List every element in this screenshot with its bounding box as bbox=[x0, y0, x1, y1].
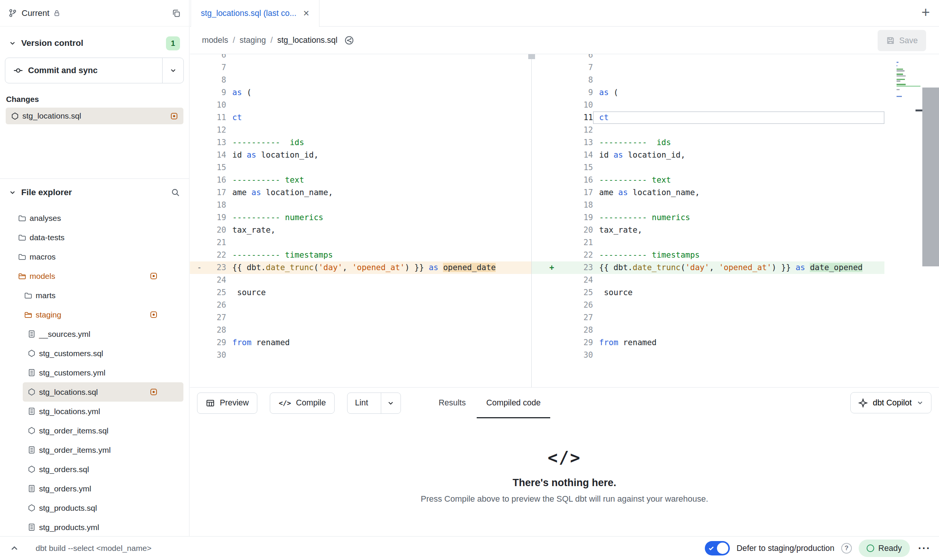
code-line[interactable]: 29from renamed bbox=[190, 336, 531, 349]
chevron-up-icon[interactable] bbox=[10, 544, 19, 553]
editor-scrollbar[interactable] bbox=[922, 88, 939, 266]
file-explorer-item-macros[interactable]: macros bbox=[0, 247, 183, 266]
commit-and-sync-main[interactable]: Commit and sync bbox=[5, 58, 162, 83]
code-line[interactable]: +23{{ dbt.date_trunc('day', 'opened_at')… bbox=[532, 261, 884, 274]
new-tab-button[interactable]: + bbox=[922, 3, 930, 22]
code-line[interactable]: 30 bbox=[532, 349, 884, 361]
dbt-copilot-button[interactable]: dbt Copilot bbox=[850, 392, 931, 413]
code-line[interactable]: 21 bbox=[532, 236, 884, 249]
code-line[interactable]: 24 bbox=[532, 274, 884, 286]
lint-button[interactable]: Lint bbox=[347, 393, 376, 413]
code-line[interactable]: 30 bbox=[190, 349, 531, 361]
code-line[interactable]: 6 bbox=[190, 54, 531, 61]
commit-options-dropdown[interactable] bbox=[162, 58, 183, 83]
code-line[interactable]: 13---------- ids bbox=[532, 136, 884, 149]
file-explorer-item-models[interactable]: models bbox=[0, 266, 183, 286]
save-button[interactable]: Save bbox=[878, 30, 926, 51]
code-line[interactable]: 19---------- numerics bbox=[190, 211, 531, 224]
code-line[interactable]: 29from renamed bbox=[532, 336, 884, 349]
file-explorer-item-stg-order-items-sql[interactable]: stg_order_items.sql bbox=[0, 421, 183, 440]
file-explorer-item-stg-orders-sql[interactable]: stg_orders.sql bbox=[0, 460, 183, 479]
code-line[interactable]: 20tax_rate, bbox=[190, 224, 531, 236]
minimap[interactable] bbox=[897, 56, 921, 99]
copy-branch-icon[interactable] bbox=[172, 9, 181, 18]
code-line[interactable]: 8 bbox=[190, 74, 531, 86]
defer-toggle[interactable] bbox=[705, 541, 730, 555]
file-explorer-item-stg-products-yml[interactable]: stg_products.yml bbox=[0, 518, 183, 536]
code-line[interactable]: 21 bbox=[190, 236, 531, 249]
code-line[interactable]: 7 bbox=[532, 61, 884, 74]
version-control-header[interactable]: Version control 1 bbox=[0, 33, 189, 53]
code-line[interactable]: -23{{ dbt.date_trunc('day', 'opened_at')… bbox=[190, 261, 531, 274]
file-explorer-item-stg-customers-sql[interactable]: stg_customers.sql bbox=[0, 344, 183, 363]
code-line[interactable]: 24 bbox=[190, 274, 531, 286]
file-explorer-item-data-tests[interactable]: data-tests bbox=[0, 228, 183, 247]
breadcrumb-item-models[interactable]: models bbox=[202, 36, 228, 45]
code-line[interactable]: 7 bbox=[190, 61, 531, 74]
changed-file-item[interactable]: stg_locations.sql bbox=[6, 108, 183, 124]
tab-results[interactable]: Results bbox=[429, 388, 476, 418]
code-line[interactable]: 18 bbox=[190, 199, 531, 211]
file-explorer-item-stg-customers-yml[interactable]: stg_customers.yml bbox=[0, 363, 183, 382]
editor-tab[interactable]: stg_locations.sql (last co... × bbox=[191, 0, 319, 27]
code-line[interactable]: 11ct bbox=[190, 111, 531, 124]
code-line[interactable]: 19---------- numerics bbox=[532, 211, 884, 224]
code-line[interactable]: 12 bbox=[532, 124, 884, 136]
file-explorer-item-stg-locations-sql[interactable]: stg_locations.sql bbox=[23, 382, 183, 402]
breadcrumb-item-stg-locations-sql[interactable]: stg_locations.sql bbox=[277, 36, 338, 45]
close-icon[interactable]: × bbox=[303, 8, 309, 19]
file-explorer-item-analyses[interactable]: analyses bbox=[0, 208, 183, 228]
split-sash-handle[interactable] bbox=[528, 54, 535, 59]
code-line[interactable]: 26 bbox=[532, 299, 884, 311]
code-line[interactable]: 25 source bbox=[190, 286, 531, 299]
file-explorer-item-stg-orders-yml[interactable]: stg_orders.yml bbox=[0, 479, 183, 498]
file-explorer-item-staging[interactable]: staging bbox=[0, 305, 183, 324]
file-explorer-item-stg-locations-yml[interactable]: stg_locations.yml bbox=[0, 402, 183, 421]
code-line[interactable]: 8 bbox=[532, 74, 884, 86]
code-line[interactable]: 22---------- timestamps bbox=[532, 249, 884, 261]
command-bar-text[interactable]: dbt build --select <model_name> bbox=[36, 544, 152, 553]
code-line[interactable]: 15 bbox=[190, 161, 531, 174]
folder-icon bbox=[18, 253, 26, 261]
preview-button[interactable]: Preview bbox=[197, 393, 257, 414]
overflow-menu-icon[interactable]: ··· bbox=[918, 543, 931, 554]
code-line[interactable]: 27 bbox=[532, 311, 884, 324]
file-explorer-item-label: marts bbox=[36, 291, 56, 300]
tab-compiled-code[interactable]: Compiled code bbox=[476, 388, 551, 418]
code-line[interactable]: 15 bbox=[532, 161, 884, 174]
breadcrumb-item-staging[interactable]: staging bbox=[239, 36, 266, 45]
code-line[interactable]: 14id as location_id, bbox=[532, 149, 884, 161]
code-line[interactable]: 20tax_rate, bbox=[532, 224, 884, 236]
code-line[interactable]: 9as ( bbox=[532, 86, 884, 99]
file-explorer-item-marts[interactable]: marts bbox=[0, 286, 183, 305]
code-line[interactable]: 13---------- ids bbox=[190, 136, 531, 149]
code-line[interactable]: 12 bbox=[190, 124, 531, 136]
search-icon[interactable] bbox=[171, 188, 180, 197]
code-line[interactable]: 18 bbox=[532, 199, 884, 211]
status-badge[interactable]: Ready bbox=[859, 540, 910, 557]
code-line[interactable]: 22---------- timestamps bbox=[190, 249, 531, 261]
code-line[interactable]: 10 bbox=[190, 99, 531, 111]
code-line[interactable]: 17ame as location_name, bbox=[190, 186, 531, 199]
compile-button[interactable]: </> Compile bbox=[270, 393, 334, 414]
code-line[interactable]: 14id as location_id, bbox=[190, 149, 531, 161]
file-explorer-item-sources-yml[interactable]: __sources.yml bbox=[0, 324, 183, 344]
code-line[interactable]: 11ct bbox=[532, 111, 884, 124]
code-line[interactable]: 16---------- text bbox=[190, 174, 531, 186]
code-line[interactable]: 9as ( bbox=[190, 86, 531, 99]
file-explorer-header[interactable]: File explorer bbox=[0, 182, 189, 203]
code-line[interactable]: 28 bbox=[190, 324, 531, 336]
code-line[interactable]: 26 bbox=[190, 299, 531, 311]
code-line[interactable]: 16---------- text bbox=[532, 174, 884, 186]
file-explorer-item-stg-products-sql[interactable]: stg_products.sql bbox=[0, 498, 183, 518]
lint-options-dropdown[interactable] bbox=[381, 393, 401, 413]
code-line[interactable]: 6 bbox=[532, 54, 884, 61]
code-line[interactable]: 17ame as location_name, bbox=[532, 186, 884, 199]
code-line[interactable]: 10 bbox=[532, 99, 884, 111]
help-icon[interactable]: ? bbox=[841, 543, 852, 554]
code-line[interactable]: 28 bbox=[532, 324, 884, 336]
code-line[interactable]: 27 bbox=[190, 311, 531, 324]
code-line[interactable]: 25 source bbox=[532, 286, 884, 299]
file-explorer-item-stg-order-items-yml[interactable]: stg_order_items.yml bbox=[0, 440, 183, 460]
lineage-icon[interactable] bbox=[344, 36, 354, 45]
